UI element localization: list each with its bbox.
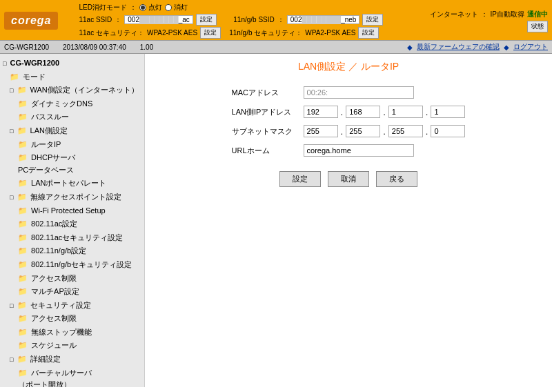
button-row: 設定 取消 戻る — [159, 171, 538, 187]
url-label: URLホーム — [226, 141, 298, 160]
sidebar-item-detail[interactable]: □ 📁 詳細設定 — [0, 353, 144, 366]
sub2-input[interactable] — [346, 125, 380, 137]
access-control-icon: 📁 — [18, 274, 28, 282]
ssid-row1: 11ac SSID ： 002████████_ac 設定 11n/g/b SS… — [79, 14, 422, 26]
form-table: MACアドレス LAN側IPアドレス . . . — [226, 83, 471, 160]
sub4-input[interactable] — [431, 125, 465, 137]
ip2-input[interactable] — [346, 106, 380, 118]
sidebar-item-lan[interactable]: □ 📁 LAN側設定 — [0, 124, 144, 138]
sub1-input[interactable] — [304, 125, 338, 137]
led-on-radio[interactable]: 点灯 — [139, 3, 162, 12]
sec2-label: 11n/g/b セキュリティ： — [229, 28, 302, 38]
lan-port-icon: 📁 — [18, 179, 28, 187]
subnet-inputs: . . . — [304, 125, 466, 137]
ssid2-set-button[interactable]: 設定 — [362, 14, 383, 26]
sidebar-item-wireless-ap[interactable]: □ 📁 無線アクセスポイント設定 — [0, 190, 144, 204]
sidebar-router-ip-label: ルータIP — [31, 140, 61, 148]
led-label: LED消灯モード — [79, 3, 126, 12]
lan-ip-cell: . . . — [298, 102, 471, 121]
sec2-set-button[interactable]: 設定 — [358, 27, 379, 39]
dynamic-dns-icon: 📁 — [18, 99, 28, 108]
url-row: URLホーム — [226, 141, 471, 160]
model-name: CG-WGR1200 — [4, 43, 49, 51]
root-expand-icon: □ — [3, 60, 6, 67]
sidebar-item-11ngb[interactable]: 📁 802.11n/g/b設定 — [0, 244, 144, 258]
schedule-icon: 📁 — [18, 341, 28, 349]
sidebar-item-virtual-server[interactable]: 📁 バーチャルサーバ（ポート開放） — [0, 366, 144, 387]
sec1-value: WPA2-PSK AES — [147, 29, 197, 37]
mac-input[interactable] — [304, 86, 414, 99]
sidebar-wan-label: WAN側設定（インターネット） — [30, 86, 139, 94]
back-button[interactable]: 戻る — [376, 171, 417, 187]
sidebar-item-root[interactable]: □ CG-WGR1200 — [0, 57, 144, 70]
mode-folder-icon: 📁 — [10, 72, 19, 81]
multi-ap-icon: 📁 — [18, 287, 28, 295]
sec1-set-button[interactable]: 設定 — [200, 27, 221, 39]
sidebar-item-multi-ap[interactable]: 📁 マルチAP設定 — [0, 285, 144, 299]
sidebar-11ngb-label: 802.11n/g/b設定 — [31, 246, 86, 255]
11ngb-security-icon: 📁 — [18, 260, 28, 268]
ip3-input[interactable] — [388, 106, 423, 118]
passthrough-icon: 📁 — [18, 112, 28, 121]
sidebar-item-dhcp[interactable]: 📁 DHCPサーバPCデータベース — [0, 151, 144, 177]
subnet-row: サブネットマスク . . . — [226, 121, 471, 141]
sidebar-item-11ac-security[interactable]: 📁 802.11acセキュリティ設定 — [0, 231, 144, 245]
sidebar-multi-ap-label: マルチAP設定 — [31, 287, 79, 295]
ssid2-value: 002████████_neb — [287, 15, 360, 24]
sidebar-wifi-protected-label: Wi-Fi Protected Setup — [31, 206, 106, 215]
wan-expand-icon: □ — [10, 87, 13, 94]
state-button[interactable]: 状態 — [527, 21, 548, 32]
sidebar-item-wan[interactable]: □ 📁 WAN側設定（インターネット） — [0, 84, 144, 97]
sidebar-dynamic-dns-label: ダイナミックDNS — [31, 99, 92, 108]
sec1-label: 11ac セキュリティ： — [79, 28, 144, 38]
sidebar-item-wireless-stop[interactable]: 📁 無線ストップ機能 — [0, 326, 144, 340]
lan-ip-label: LAN側IPアドレス — [226, 102, 298, 121]
sidebar-lan-label: LAN側設定 — [30, 126, 68, 135]
led-off-radio[interactable]: 消灯 — [165, 3, 188, 12]
detail-expand-icon: □ — [10, 356, 13, 363]
sidebar-item-lan-port[interactable]: 📁 LANポートセパレート — [0, 177, 144, 190]
security-expand-icon: □ — [10, 302, 13, 309]
internet-state: 通信中 — [527, 10, 548, 19]
sidebar-item-dynamic-dns[interactable]: 📁 ダイナミックDNS — [0, 97, 144, 111]
cancel-button[interactable]: 取消 — [328, 171, 369, 187]
sub3-input[interactable] — [388, 125, 423, 137]
top-header: corega LED消灯モード ： 点灯 消灯 11ac SSID ： 002█… — [0, 0, 552, 40]
url-input[interactable] — [304, 144, 414, 157]
nav-icon-logout: ◆ — [504, 43, 509, 51]
nav-version: 1.00 — [140, 43, 153, 51]
sidebar-virtual-server-label: バーチャルサーバ（ポート開放） — [18, 369, 92, 387]
ip4-input[interactable] — [431, 106, 465, 118]
settings-button[interactable]: 設定 — [279, 171, 321, 187]
sidebar-item-mode[interactable]: 📁 モード — [0, 70, 144, 84]
sidebar-item-wifi-protected[interactable]: 📁 Wi-Fi Protected Setup — [0, 204, 144, 218]
fw-update-link[interactable]: 最新ファームウェアの確認 — [417, 42, 500, 52]
ssid1-set-button[interactable]: 設定 — [196, 14, 217, 26]
nav-icon-fw: ◆ — [407, 43, 413, 51]
sidebar-item-router-ip[interactable]: 📁 ルータIP — [0, 138, 144, 152]
sidebar-item-11ac[interactable]: 📁 802.11ac設定 — [0, 217, 144, 231]
wireless-expand-icon: □ — [10, 194, 13, 201]
sidebar-item-access-ctrl[interactable]: 📁 アクセス制限 — [0, 312, 144, 326]
sidebar-item-security[interactable]: □ 📁 セキュリティ設定 — [0, 299, 144, 313]
ip-sep1: . — [339, 107, 345, 117]
sidebar-mode-label: モード — [23, 72, 46, 81]
sidebar-schedule-label: スケジュール — [31, 341, 77, 349]
sidebar-lan-port-label: LANポートセパレート — [31, 179, 106, 187]
main-layout: □ CG-WGR1200 📁 モード □ 📁 WAN側設定（インターネット） 📁… — [0, 54, 552, 387]
lan-folder-icon: 📁 — [17, 126, 27, 135]
sidebar-item-access-control[interactable]: 📁 アクセス制限 — [0, 272, 144, 286]
sidebar-item-11ngb-security[interactable]: 📁 802.11n/g/bセキュリティ設定 — [0, 258, 144, 272]
sidebar-security-label: セキュリティ設定 — [30, 301, 91, 309]
sidebar-item-schedule[interactable]: 📁 スケジュール — [0, 339, 144, 353]
11ngb-icon: 📁 — [18, 246, 28, 255]
sidebar-item-passthrough[interactable]: 📁 パススルー — [0, 110, 144, 124]
url-cell — [298, 141, 471, 160]
logout-link[interactable]: ログアウト — [513, 42, 548, 52]
internet-row: インターネット ： IP自動取得 通信中 — [430, 10, 548, 19]
ip1-input[interactable] — [304, 106, 338, 118]
sidebar-11ac-label: 802.11ac設定 — [31, 219, 77, 228]
wireless-folder-icon: 📁 — [17, 193, 27, 201]
security-row: 11ac セキュリティ： WPA2-PSK AES 設定 11n/g/b セキュ… — [79, 27, 422, 39]
ssid1-value: 002████████_ac — [124, 15, 193, 24]
